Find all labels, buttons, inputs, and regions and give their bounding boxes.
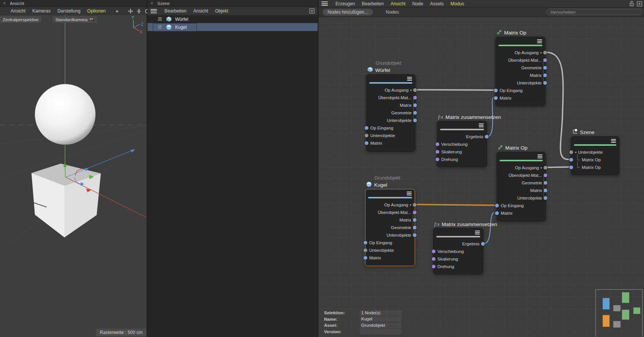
- add-panel-icon[interactable]: [309, 8, 315, 14]
- close-icon[interactable]: ×: [150, 1, 153, 6]
- node-menu-icon[interactable]: [537, 154, 542, 158]
- node-menu-icon[interactable]: [537, 39, 542, 43]
- port-row[interactable]: Drehung: [434, 263, 483, 270]
- port-dot[interactable]: [365, 126, 368, 130]
- port-row[interactable]: Matrix: [365, 216, 415, 224]
- port-dot[interactable]: [495, 211, 499, 215]
- tab-nodes[interactable]: Nodes: [386, 9, 399, 15]
- node-matrix-op-1[interactable]: Matrix Op Op Ausgang▾ Überobjekt-Mat... …: [495, 37, 545, 106]
- port-row[interactable]: Geometrie: [365, 224, 415, 231]
- menu-node[interactable]: Node: [412, 1, 423, 6]
- port-row[interactable]: Unterobjekte: [496, 79, 545, 87]
- port-dot[interactable]: [436, 150, 439, 154]
- node-menu-icon[interactable]: [611, 139, 616, 143]
- port-dot[interactable]: [543, 66, 547, 70]
- object-row-kugel[interactable]: Kugel: [147, 23, 318, 31]
- menu-assets[interactable]: Assets: [430, 1, 443, 6]
- port-row[interactable]: Überobjekt-Mat...: [496, 56, 545, 64]
- menu-overflow-arrow-icon[interactable]: ▶: [116, 9, 119, 13]
- port-dot[interactable]: [436, 158, 439, 161]
- port-row[interactable]: Unterobjekte: [367, 132, 415, 139]
- menu-darstellung[interactable]: Darstellung: [57, 8, 80, 14]
- port-row[interactable]: Geometrie: [497, 179, 545, 187]
- port-row[interactable]: Skalierung: [434, 255, 483, 263]
- port-row[interactable]: Ergebnis: [434, 240, 483, 248]
- navigator-minimap[interactable]: [595, 289, 642, 337]
- port-row[interactable]: Op Ausgang▾: [497, 164, 545, 172]
- port-dot[interactable]: [569, 158, 573, 162]
- menu-bearbeiten[interactable]: Bearbeiten: [165, 8, 186, 14]
- menu-objekt[interactable]: Objekt: [215, 8, 228, 14]
- port-row[interactable]: Matrix: [496, 94, 545, 102]
- port-dot[interactable]: [543, 51, 547, 55]
- port-dot[interactable]: [544, 166, 547, 170]
- port-row[interactable]: Überobjekt-Mat...: [365, 209, 415, 216]
- port-dot[interactable]: [432, 265, 436, 268]
- port-row[interactable]: Unterobjekte: [497, 194, 545, 202]
- port-dot[interactable]: [413, 119, 417, 122]
- projection-chip[interactable]: Zentralperspektive: [0, 16, 41, 23]
- cube-icon[interactable]: [166, 16, 172, 22]
- port-dot[interactable]: [364, 241, 367, 245]
- node-kugel[interactable]: Grundobjekt Kugel Op Ausgang▾ Überobjekt…: [365, 189, 415, 266]
- port-dot[interactable]: [413, 111, 417, 115]
- port-row[interactable]: Matrix: [367, 139, 415, 147]
- port-dot[interactable]: [544, 173, 547, 177]
- port-dot[interactable]: [413, 211, 417, 214]
- port-dot[interactable]: [413, 88, 417, 92]
- menu-ansicht[interactable]: Ansicht: [390, 1, 405, 6]
- close-icon[interactable]: ×: [3, 1, 6, 6]
- port-dot[interactable]: [365, 134, 368, 137]
- port-row[interactable]: Verschiebung: [437, 140, 487, 148]
- port-dot[interactable]: [494, 96, 498, 100]
- camera-chip[interactable]: Standardkamera: [53, 16, 97, 23]
- port-dot[interactable]: [543, 73, 547, 77]
- port-dot[interactable]: [413, 103, 417, 107]
- node-menu-icon[interactable]: [407, 192, 412, 195]
- port-dot[interactable]: [413, 203, 417, 207]
- port-dot[interactable]: [413, 233, 417, 237]
- node-canvas[interactable]: Grundobjekt Würfel Op Ausgang▾ Überobjek…: [318, 18, 644, 337]
- node-szene[interactable]: Szene ▾Unterobjekte Matrix Op Matrix Op: [571, 136, 619, 175]
- node-menu-icon[interactable]: [407, 77, 412, 81]
- port-dot[interactable]: [481, 242, 485, 246]
- menu-bearbeiten[interactable]: Bearbeiten: [362, 1, 384, 6]
- port-row[interactable]: Matrix: [497, 187, 545, 194]
- port-dot[interactable]: [413, 226, 417, 229]
- menu-erzeugen[interactable]: Erzeugen: [335, 1, 355, 6]
- scale-tool-icon[interactable]: [136, 8, 142, 14]
- port-row[interactable]: Op Ausgang▾: [367, 86, 415, 94]
- move-tool-icon[interactable]: [128, 8, 133, 14]
- port-row[interactable]: Verschiebung: [434, 248, 483, 255]
- port-dot[interactable]: [413, 218, 417, 222]
- port-row[interactable]: Überobjekt-Mat...: [367, 94, 415, 101]
- port-row[interactable]: Matrix: [496, 72, 545, 79]
- port-row[interactable]: Matrix: [367, 101, 415, 109]
- node-menu-icon[interactable]: [475, 231, 480, 234]
- port-row[interactable]: Op Eingang: [497, 202, 545, 209]
- port-dot[interactable]: [364, 256, 367, 260]
- port-row[interactable]: Matrix: [497, 209, 545, 217]
- object-row-wuerfel[interactable]: Würfel: [147, 15, 318, 23]
- lock-icon[interactable]: [629, 1, 634, 6]
- menu-ansicht[interactable]: Ansicht: [193, 8, 208, 14]
- port-dot[interactable]: [436, 142, 439, 146]
- port-row[interactable]: Op Eingang: [496, 87, 545, 94]
- menu-ansicht[interactable]: Ansicht: [11, 8, 25, 14]
- port-row[interactable]: Ergebnis: [437, 133, 487, 140]
- hamburger-menu-icon[interactable]: [150, 9, 157, 13]
- port-row[interactable]: Skalierung: [437, 148, 487, 156]
- port-row[interactable]: Matrix Op: [571, 164, 619, 171]
- add-nodes-button[interactable]: Nodes hinzufügen...: [323, 9, 373, 16]
- node-menu-icon[interactable]: [479, 123, 484, 127]
- port-row[interactable]: Op Ausgang▾: [365, 201, 415, 209]
- highlight-search-input[interactable]: [546, 9, 642, 15]
- node-matrix-zusammensetzen-1[interactable]: f:x Matrix zusammensetzen Ergebnis Versc…: [437, 121, 487, 167]
- port-row[interactable]: Unterobjekte: [367, 117, 415, 124]
- port-row[interactable]: Geometrie: [367, 109, 415, 117]
- port-dot[interactable]: [432, 250, 436, 253]
- port-dot[interactable]: [495, 204, 499, 208]
- port-row[interactable]: Unterobjekte: [365, 247, 415, 254]
- port-row[interactable]: Op Ausgang▾: [496, 49, 545, 56]
- hamburger-menu-icon[interactable]: [321, 2, 328, 6]
